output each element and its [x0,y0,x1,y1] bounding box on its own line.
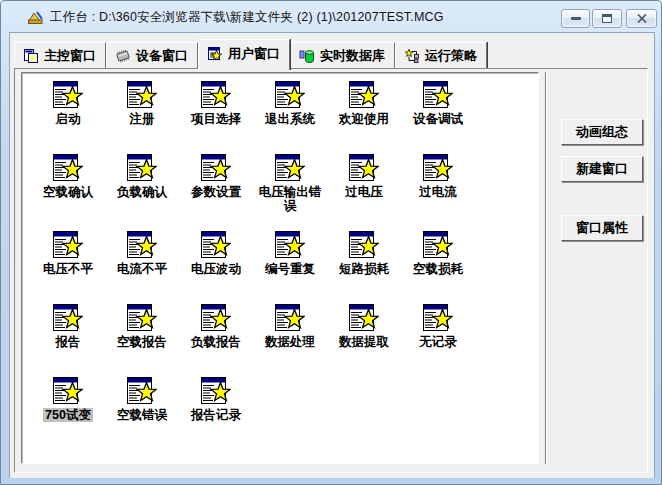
user-window-item-label: 启动 [54,112,83,126]
window-with-star-icon [275,304,305,332]
user-window-item-label: 报告 [54,335,83,349]
window-with-star-icon [349,81,379,109]
tab-label: 实时数据库 [320,47,385,65]
window-with-star-icon [53,81,83,109]
tab-main-control-window[interactable]: 主控窗口 [14,42,106,68]
user-window-item-label: 数据处理 [263,335,317,349]
user-window-item[interactable]: 设备调试 [401,81,475,154]
animation-config-button[interactable]: 动画组态 [561,119,643,145]
tab-device-window[interactable]: 设备窗口 [106,42,198,68]
user-window-item[interactable]: 报告 [31,304,105,377]
user-window-item[interactable]: 报告记录 [179,377,253,450]
user-window-item[interactable]: 电压波动 [179,231,253,304]
user-window-item[interactable]: 负载报告 [179,304,253,377]
user-window-item-label: 空载报告 [115,335,169,349]
user-window-item-label: 短路损耗 [337,262,391,276]
window-with-star-icon [53,304,83,332]
window-with-star-icon [201,304,231,332]
user-window-item[interactable]: 空载错误 [105,377,179,450]
user-window-item[interactable]: 欢迎使用 [327,81,401,154]
workbench-icon [27,9,45,25]
user-window-item[interactable]: 数据提取 [327,304,401,377]
user-window-item[interactable]: 电压输出错误 [253,154,327,231]
user-window-item-label: 电流不平 [115,262,169,276]
close-button[interactable] [626,9,657,28]
titlebar[interactable]: 工作台 : D:\360安全浏览器下载\新建文件夹 (2) (1)\201207… [1,1,661,32]
user-window-item-label: 欢迎使用 [337,112,391,126]
user-window-item[interactable]: 空载损耗 [401,231,475,304]
window-with-star-icon [423,81,453,109]
tab-realtime-database[interactable]: 实时数据库 [290,42,395,68]
window-with-star-icon [201,231,231,259]
tab-label: 用户窗口 [228,45,280,63]
tab-run-strategy[interactable]: 运行策略 [395,42,487,68]
maximize-button[interactable] [592,9,622,28]
tab-label: 主控窗口 [44,47,96,65]
user-window-item[interactable]: 电流不平 [105,231,179,304]
new-window-button[interactable]: 新建窗口 [561,156,643,182]
window-with-star-icon [349,231,379,259]
user-window-item-label: 电压波动 [189,262,243,276]
user-window-item-label: 过电压 [343,185,385,199]
window-with-star-icon [127,377,157,405]
window-with-star-icon [127,81,157,109]
user-window-item-label: 空载确认 [41,185,95,199]
window-title: 工作台 : D:\360安全浏览器下载\新建文件夹 (2) (1)\201207… [50,9,444,26]
user-window-item-label: 数据提取 [337,335,391,349]
window-with-star-icon [53,231,83,259]
user-window-item[interactable]: 项目选择 [179,81,253,154]
user-window-item-label: 无记录 [417,335,459,349]
window-with-star-icon [423,154,453,182]
user-window-item[interactable]: 过电压 [327,154,401,231]
user-window-item-label: 参数设置 [189,185,243,199]
minimize-icon [571,17,581,20]
window-with-star-icon [127,154,157,182]
window-with-star-icon [275,81,305,109]
user-window-item[interactable]: 空载确认 [31,154,105,231]
user-window-item[interactable]: 参数设置 [179,154,253,231]
user-window-item-label: 电压输出错误 [253,185,327,213]
window-properties-button[interactable]: 窗口属性 [561,215,643,241]
user-window-item-label: 项目选择 [189,112,243,126]
user-window-item[interactable]: 750试变 [31,377,105,450]
user-window-item[interactable]: 退出系统 [253,81,327,154]
minimize-button[interactable] [561,9,590,28]
user-window-item-label: 空载错误 [115,408,169,422]
user-windows-grid: 启动 注册 项目选择 退出系统 欢迎使用 [31,81,475,450]
workbench-window: 工作台 : D:\360安全浏览器下载\新建文件夹 (2) (1)\201207… [0,0,662,485]
device-window-icon [115,48,131,64]
user-window-item[interactable]: 启动 [31,81,105,154]
window-with-star-icon [201,81,231,109]
user-window-item-label: 注册 [128,112,157,126]
user-window-item-label: 报告记录 [189,408,243,422]
user-window-item-label: 负载确认 [115,185,169,199]
user-window-item-label: 负载报告 [189,335,243,349]
user-window-item[interactable]: 过电流 [401,154,475,231]
user-window-item[interactable]: 电压不平 [31,231,105,304]
window-with-star-icon [275,154,305,182]
user-window-item[interactable]: 无记录 [401,304,475,377]
user-window-icon [207,46,223,62]
tab-user-window[interactable]: 用户窗口 [198,39,290,70]
window-with-star-icon [53,377,83,405]
close-icon [637,14,647,23]
main-control-window-icon [23,48,39,64]
user-window-item[interactable]: 编号重复 [253,231,327,304]
user-window-item[interactable]: 数据处理 [253,304,327,377]
user-window-item[interactable]: 负载确认 [105,154,179,231]
user-window-item-label: 电压不平 [41,262,95,276]
window-with-star-icon [201,154,231,182]
content-frame: 启动 注册 项目选择 退出系统 欢迎使用 [14,68,648,473]
user-window-item[interactable]: 短路损耗 [327,231,401,304]
window-with-star-icon [423,304,453,332]
window-with-star-icon [201,377,231,405]
user-window-item-label: 750试变 [43,408,93,422]
user-window-item[interactable]: 空载报告 [105,304,179,377]
tab-label: 设备窗口 [136,47,188,65]
window-with-star-icon [275,231,305,259]
user-window-item-label: 设备调试 [411,112,465,126]
realtime-database-icon [299,48,315,64]
user-window-item-label: 退出系统 [263,112,317,126]
user-window-item-label: 空载损耗 [411,262,465,276]
user-window-item[interactable]: 注册 [105,81,179,154]
